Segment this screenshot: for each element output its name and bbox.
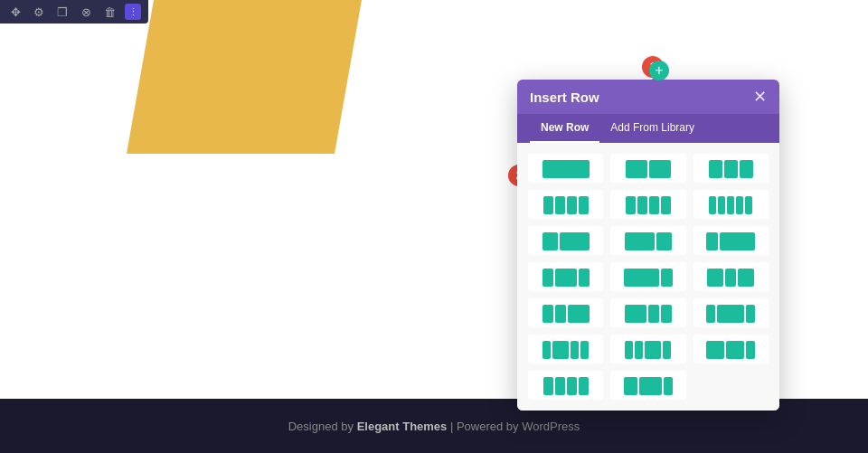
layout-3col-equal[interactable] [693, 154, 769, 183]
layout-2-2-1[interactable] [693, 335, 769, 363]
layout-2col-equal[interactable] [610, 154, 685, 183]
layout-2-1-2[interactable] [693, 262, 769, 291]
copy-icon[interactable]: ❐ [54, 4, 71, 20]
power-icon[interactable]: ⊗ [78, 4, 94, 20]
layout-2-1col[interactable] [610, 226, 685, 255]
layout-1-1-2[interactable] [528, 298, 603, 327]
tab-add-from-library[interactable]: Add From Library [599, 114, 705, 143]
layout-1-2-1[interactable] [528, 262, 603, 291]
layouts-grid [528, 154, 769, 400]
modal-title: Insert Row [530, 90, 599, 105]
layout-1col[interactable] [528, 154, 603, 183]
modal-body [517, 143, 779, 411]
layout-1-3col[interactable] [693, 226, 769, 255]
layout-2-1-1[interactable] [610, 298, 685, 327]
footer-brand: Elegant Themes [357, 420, 448, 433]
settings-icon[interactable]: ⚙ [31, 4, 47, 20]
layout-4col-b[interactable] [610, 190, 685, 219]
add-row-button[interactable]: + [649, 61, 669, 80]
tab-new-row[interactable]: New Row [530, 114, 599, 143]
modal-close-button[interactable]: ✕ [753, 89, 767, 105]
layout-3-1col[interactable] [610, 262, 685, 291]
layout-1-2-1-1[interactable] [528, 335, 603, 363]
layout-4col-a[interactable] [528, 190, 603, 219]
layout-4col-mixed-a[interactable] [528, 371, 603, 400]
plus-icon: + [655, 63, 663, 78]
toolbar: ✥ ⚙ ❐ ⊗ 🗑 ⋮ [0, 0, 148, 24]
insert-row-modal: Insert Row ✕ New Row Add From Library [517, 80, 779, 411]
layout-5col[interactable] [693, 190, 769, 219]
layout-narrow-wide-narrow[interactable] [693, 298, 769, 327]
layout-1-2col[interactable] [528, 226, 603, 255]
footer-text: Designed by Elegant Themes | Powered by … [288, 420, 580, 433]
modal-header: Insert Row ✕ [517, 80, 779, 114]
move-icon[interactable]: ✥ [7, 4, 24, 20]
more-icon[interactable]: ⋮ [125, 4, 141, 20]
delete-icon[interactable]: 🗑 [101, 4, 118, 20]
layout-3col-mixed[interactable] [610, 371, 685, 400]
footer-suffix: | Powered by WordPress [450, 420, 580, 433]
layout-1-1-2-1[interactable] [610, 335, 685, 363]
modal-tabs: New Row Add From Library [517, 114, 779, 143]
decorative-shape [127, 0, 362, 154]
